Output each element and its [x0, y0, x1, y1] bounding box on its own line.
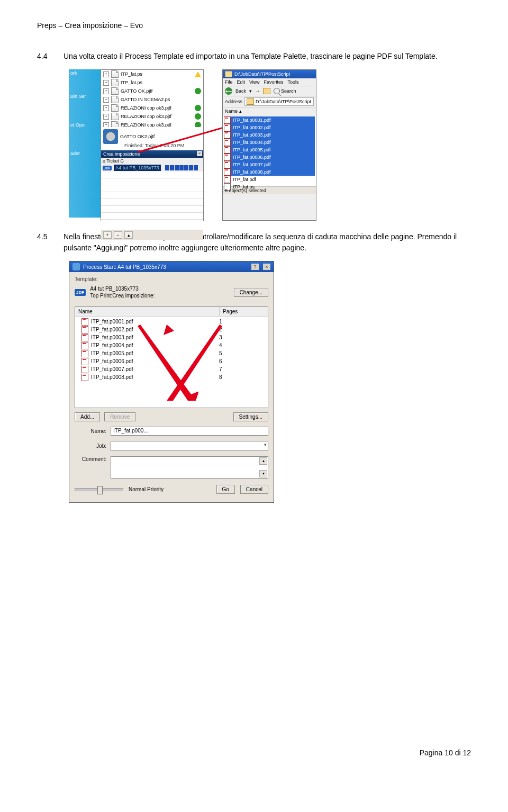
dialog-titlebar[interactable]: Process Start: A4 tut PB_1035x773 ? ×	[69, 261, 274, 272]
tree-list[interactable]: +ITP_fat.ps+ITP_fat.ps+GATTO OK.pjtf+GAT…	[101, 70, 203, 127]
file-name: ITP_fat.p0008.pdf	[91, 374, 133, 380]
scroll-down-icon[interactable]: ▾	[259, 470, 267, 477]
settings-button[interactable]: Settings...	[233, 412, 268, 421]
help-button[interactable]: ?	[251, 264, 259, 270]
column-header[interactable]: Name ▴	[223, 107, 316, 115]
menu-tools[interactable]: Tools	[287, 79, 298, 85]
back-button[interactable]: ⟵	[225, 87, 232, 95]
expand-icon[interactable]: +	[103, 80, 109, 86]
list-item[interactable]: ITP_fat.p0004.pdf4	[76, 341, 267, 349]
file-row[interactable]: ITP_fat.p0005.pdf	[224, 146, 315, 154]
list-item[interactable]: ITP_fat.p0006.pdf6	[76, 357, 267, 365]
go-button[interactable]: Go	[216, 485, 235, 494]
page-number: 4	[219, 342, 267, 348]
name-field[interactable]: ITP_fat.p000...	[111, 427, 268, 436]
input-files-list[interactable]: Name Pages ITP_fat.p0001.pdf1ITP_fat.p00…	[75, 306, 268, 408]
expand-icon[interactable]: +	[103, 71, 109, 77]
col-name[interactable]: Name	[225, 109, 238, 114]
tree-item-label: ITP_fat.ps	[121, 80, 142, 85]
page-icon	[111, 96, 119, 103]
col-name[interactable]: Name	[75, 307, 220, 316]
pdf-icon	[81, 366, 88, 373]
chevron-down-icon[interactable]: ▾	[249, 88, 252, 94]
tree-item[interactable]: +RELAZIONI cop ok3.pjtf	[101, 121, 203, 127]
crea-imposizione-header[interactable]: Crea imposizione ×	[101, 150, 203, 158]
close-icon[interactable]: ×	[197, 151, 202, 156]
expand-icon[interactable]: +	[103, 88, 109, 94]
list-item[interactable]: ITP_fat.p0007.pdf7	[76, 365, 267, 373]
explorer-titlebar[interactable]: D:\JobData\ITP\PostScript	[223, 70, 316, 78]
list-item[interactable]: ITP_fat.p0005.pdf5	[76, 349, 267, 357]
empty-rows	[101, 172, 203, 230]
tree-item[interactable]: +GATTO OK.pjtf	[101, 87, 203, 95]
remove-button[interactable]: Remove	[104, 412, 135, 421]
file-list[interactable]: ITP_fat.p0001.pdfITP_fat.p0002.pdfITP_fa…	[223, 115, 316, 186]
explorer-toolbar[interactable]: ⟵ Back ▾ → Search	[223, 86, 316, 96]
ticket-hint: o Ticket C	[101, 158, 203, 164]
expand-button[interactable]: +	[103, 231, 112, 239]
tree-item[interactable]: +GATTO IN SCEMA2.ps	[101, 95, 203, 104]
change-button[interactable]: Change...	[234, 288, 268, 297]
tree-item[interactable]: +RELAZIONI cop ok3.pjtf	[101, 112, 203, 121]
paragraph-4-4: 4.4 Una volta creato il Process Template…	[37, 51, 471, 62]
back-label[interactable]: Back	[235, 88, 246, 94]
list-item[interactable]: ITP_fat.p0002.pdf2	[76, 326, 267, 333]
menu-edit[interactable]: Edit	[237, 79, 246, 85]
file-row[interactable]: ITP_fat.p0001.pdf	[224, 116, 315, 124]
pdf-icon	[81, 342, 88, 349]
collapse-button[interactable]: −	[114, 231, 122, 239]
pdf-icon	[224, 131, 231, 139]
side-strip: ork Bin Ser et Ope ader	[69, 69, 101, 218]
address-value: D:\JobData\ITP\PostScript	[256, 99, 311, 104]
file-row[interactable]: ITP_fat.p0002.pdf	[224, 124, 315, 131]
file-row[interactable]: ITP_fat.p0008.pdf	[224, 168, 315, 176]
page-icon	[111, 70, 119, 78]
page-number: 5	[219, 350, 267, 356]
scroll-up-icon[interactable]: ▴	[259, 457, 267, 465]
expand-icon[interactable]: +	[103, 114, 109, 120]
tree-item[interactable]: +ITP_fat.ps	[101, 70, 203, 78]
gear-icon	[72, 263, 80, 270]
priority-slider[interactable]	[75, 488, 123, 491]
job-combo[interactable]	[111, 441, 268, 451]
filter-button[interactable]: ▴	[124, 231, 133, 239]
file-name: ITP_fat.p0002.pdf	[91, 327, 133, 332]
file-row[interactable]: ITP_fat.p0003.pdf	[224, 131, 315, 139]
running-job-row[interactable]: JDF A4 tut PB_1035x773	[101, 164, 203, 172]
para-num: 4.5	[37, 231, 64, 254]
forward-icon[interactable]: →	[255, 88, 260, 94]
list-item[interactable]: ITP_fat.p0001.pdf1	[76, 318, 267, 326]
menu-favorites[interactable]: Favorites	[264, 79, 283, 85]
pdf-icon	[81, 326, 88, 333]
warn-icon	[195, 71, 201, 77]
add-button[interactable]: Add...	[75, 412, 100, 421]
strip-label: Bin Ser	[69, 93, 101, 100]
address-bar[interactable]: Address D:\JobData\ITP\PostScript	[223, 96, 316, 107]
search-button[interactable]: Search	[274, 88, 296, 94]
explorer-menubar[interactable]: File Edit View Favorites Tools	[223, 78, 316, 86]
list-item[interactable]: ITP_fat.p0008.pdf8	[76, 373, 267, 381]
cancel-button[interactable]: Cancel	[240, 485, 268, 494]
list-item[interactable]: ITP_fat.p0003.pdf3	[76, 333, 267, 341]
tree-item[interactable]: +RELAZIONI cop ok3.pjtf	[101, 104, 203, 112]
expand-icon[interactable]: +	[103, 105, 109, 111]
close-button[interactable]: ×	[263, 264, 270, 270]
col-pages[interactable]: Pages	[220, 307, 268, 316]
expand-icon[interactable]: +	[103, 97, 109, 103]
expand-icon[interactable]: +	[103, 122, 109, 128]
file-row[interactable]: ITP_fat.p0007.pdf	[224, 161, 315, 168]
file-row[interactable]: ITP_fat.p0004.pdf	[224, 139, 315, 146]
file-row[interactable]: ITP_fat.pdf	[224, 176, 315, 183]
menu-view[interactable]: View	[249, 79, 259, 85]
menu-file[interactable]: File	[225, 79, 233, 85]
para-num: 4.4	[37, 51, 64, 62]
list-header[interactable]: Name Pages	[75, 307, 268, 317]
comment-field[interactable]: ▴ ▾	[111, 456, 268, 479]
list-body[interactable]: ITP_fat.p0001.pdf1ITP_fat.p0002.pdf2ITP_…	[75, 317, 268, 382]
jdf-icon: JDF	[103, 166, 112, 170]
tree-item[interactable]: +ITP_fat.ps	[101, 78, 203, 87]
file-row[interactable]: ITP_fat.p0006.pdf	[224, 154, 315, 161]
up-icon[interactable]	[263, 88, 270, 94]
slider-thumb[interactable]	[97, 486, 103, 494]
address-field[interactable]: D:\JobData\ITP\PostScript	[244, 97, 314, 106]
